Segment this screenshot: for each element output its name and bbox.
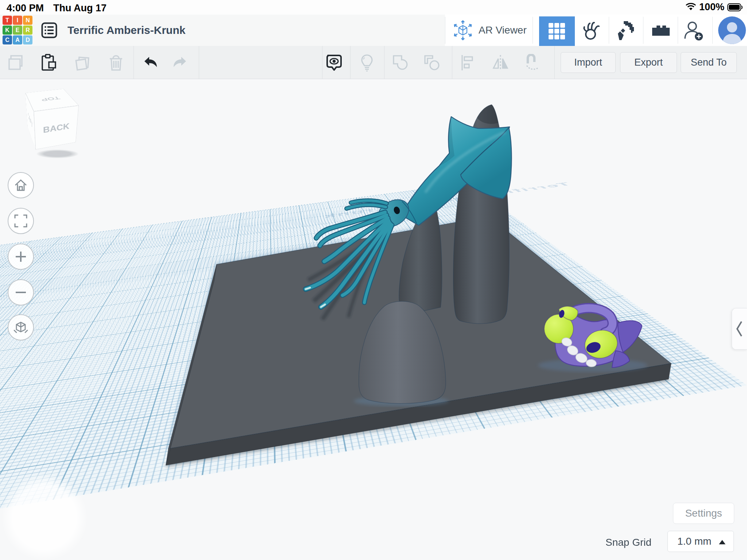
view-cube-shadow [36,149,78,158]
redo-icon[interactable] [171,54,189,71]
import-label: Import [574,57,602,68]
duplicate-icon[interactable] [74,54,91,71]
zoom-out-button[interactable] [8,279,34,306]
header: TIN KER CAD Terrific Amberis-Krunk [0,15,747,46]
show-all-icon[interactable] [325,54,343,71]
minecraft-pickaxe-icon[interactable] [616,20,638,42]
copy-icon[interactable] [7,54,25,71]
snap-grid-label: Snap Grid [605,537,651,548]
avatar-person-icon [718,16,746,44]
edit-toolbar: Import Export Send To [0,46,747,79]
ar-viewer-button[interactable]: AR Viewer [452,20,527,41]
send-to-button[interactable]: Send To [681,52,737,73]
cone-big-tip [475,101,507,124]
avatar[interactable] [718,16,746,44]
ar-viewer-label: AR Viewer [479,24,527,36]
ruler-icon[interactable] [524,54,541,71]
model-scene [0,0,747,560]
status-date: Thu Aug 17 [53,3,107,13]
battery-icon [727,3,743,11]
status-bar: 4:00 PMThu Aug 17 100% [0,0,747,15]
ungroup-icon[interactable] [423,54,441,71]
battery-percent: 100% [699,1,724,13]
status-time: 4:00 PM [7,3,44,13]
perspective-toggle-button[interactable] [8,314,34,341]
design-title[interactable]: Terrific Amberis-Krunk [67,24,185,36]
snap-grid-dropdown[interactable]: 1.0 mm [667,531,734,552]
undo-icon[interactable] [142,54,159,71]
settings-label: Settings [685,508,722,519]
light-icon[interactable] [358,54,376,71]
snap-grid-value: 1.0 mm [677,536,711,547]
send-to-label: Send To [691,57,727,68]
export-label: Export [634,57,663,68]
view-cube-left-label: LEFT [28,110,32,131]
fit-view-button[interactable] [8,208,34,234]
zoom-in-button[interactable] [8,244,34,270]
touch-indicator [1,474,88,560]
chevron-left-icon [732,318,747,340]
grid-icon [548,23,566,40]
paste-icon[interactable] [40,54,58,71]
tinkercad-logo[interactable]: TIN KER CAD [3,16,32,45]
right-panel-tab[interactable] [732,308,747,350]
view-cube-top-label: TOP [40,96,61,102]
view-cube-back-face[interactable]: BACK [34,105,79,149]
view-cube-back-label: BACK [43,121,70,135]
delete-icon[interactable] [107,54,125,71]
view-cube[interactable]: BACK TOP LEFT [30,97,71,138]
wifi-icon [685,3,696,12]
settings-button[interactable]: Settings [673,503,734,524]
import-button[interactable]: Import [561,52,616,73]
tinkercad-app: Terrific Amberis-Krunk [0,0,747,560]
ar-cube-icon [452,20,473,41]
home-view-button[interactable] [8,172,34,198]
mirror-icon[interactable] [492,54,509,71]
add-user-icon[interactable] [683,20,705,42]
align-icon[interactable] [460,54,477,71]
export-button[interactable]: Export [620,52,677,73]
dropdown-arrow-icon [719,540,725,544]
shapes-panel-button[interactable] [539,16,575,46]
design-list-icon[interactable] [41,22,57,38]
lego-brick-icon[interactable] [650,20,672,42]
group-icon[interactable] [392,54,409,71]
sim-hand-icon[interactable] [581,20,603,42]
